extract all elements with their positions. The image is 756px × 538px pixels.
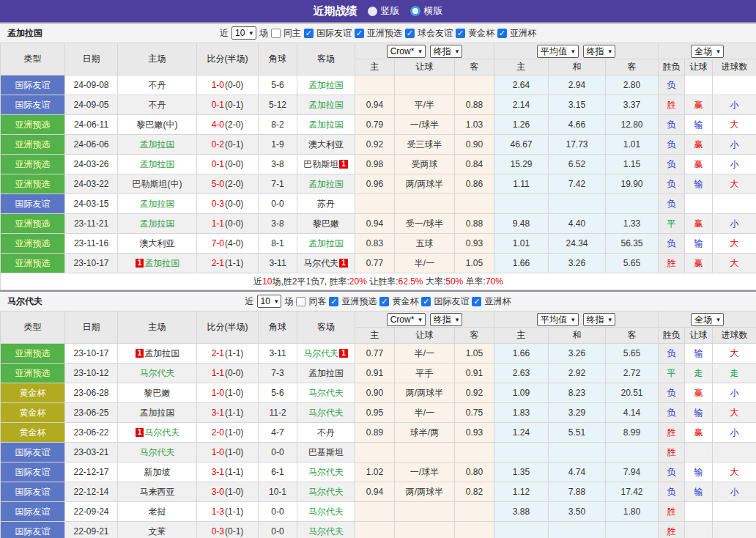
odds-away (455, 522, 494, 538)
same-venue-checkbox[interactable] (271, 29, 281, 38)
sub-column-header: 让球 (395, 59, 455, 75)
corners: 0-0 (259, 194, 297, 214)
results-table: 类型日期主场比分(半场)角球客场Crow*▾终指▾平均值▾终指▾全场▾主让球客主… (0, 311, 756, 538)
page-title: 近期战绩 (314, 4, 357, 18)
avg-home (494, 194, 549, 214)
odds-home: 0.77 (355, 344, 395, 364)
match-count-select[interactable]: 10▾ (231, 26, 256, 40)
summary-segment: 大率: (423, 276, 446, 287)
goals-result-cell: 大 (713, 115, 756, 135)
away-team-cell: 巴勒斯坦1 (297, 155, 355, 174)
score-cell: 2-1(1-1) (197, 254, 259, 273)
competition-badge: 亚洲预选 (1, 155, 65, 174)
fulltime-score: 1-0 (212, 80, 224, 90)
competition-checkbox-0[interactable]: ✓ (329, 297, 338, 306)
avg-time-select[interactable]: 终指▾ (583, 313, 616, 326)
odds-handicap: 半/一 (395, 254, 455, 273)
avg-draw: 3.50 (549, 502, 606, 522)
competition-label: 黄金杯 (468, 27, 494, 40)
competition-checkbox-4[interactable]: ✓ (497, 29, 507, 38)
summary-segment: 单率: (463, 276, 486, 287)
home-team: 孟加拉国 (140, 159, 175, 169)
scope-select[interactable]: 全场▾ (691, 45, 724, 58)
scope-select[interactable]: 全场▾ (691, 313, 724, 326)
odds-away (455, 194, 494, 214)
competition-checkbox-1[interactable]: ✓ (355, 29, 364, 38)
odds-away: 0.92 (455, 383, 494, 403)
team-section: 马尔代夫近10▾场同客✓亚洲预选✓黄金杯✓国际友谊✓亚洲杯类型日期主场比分(半场… (0, 290, 756, 538)
odds-handicap: 两/两球半 (395, 482, 455, 502)
odds-time-select[interactable]: 终指▾ (430, 45, 463, 58)
avg-home: 1.66 (494, 344, 549, 364)
home-team-cell: 孟加拉国 (118, 403, 197, 423)
avg-draw: 3.15 (549, 95, 606, 115)
avg-time-select-value: 终指 (587, 314, 604, 325)
match-row: 亚洲预选23-11-21孟加拉国1-1(0-0)3-8黎巴嫩0.94受一/球半0… (1, 214, 756, 234)
sub-column-header: 和 (549, 59, 606, 75)
summary-segment: 让胜率: (367, 276, 399, 287)
sub-column-header: 主 (355, 59, 395, 75)
halftime-score: (1-1) (225, 348, 243, 358)
competition-checkbox-3[interactable]: ✓ (456, 29, 465, 38)
competition-checkbox-0[interactable]: ✓ (304, 29, 314, 38)
competition-checkbox-2[interactable]: ✓ (421, 297, 431, 306)
summary-segment: 10 (262, 276, 272, 287)
avg-home: 2.64 (494, 75, 549, 95)
scope-select-value: 全场 (694, 314, 712, 325)
competition-label: 球会友谊 (418, 27, 453, 40)
match-date: 22-12-17 (65, 463, 118, 482)
score-cell: 3-0(1-0) (197, 482, 259, 502)
radio-horizontal-layout[interactable]: 横版 (410, 4, 443, 18)
average-select[interactable]: 平均值▾ (537, 45, 579, 58)
win-loss-cell: 负 (659, 344, 685, 364)
halftime-score: (1-0) (225, 487, 243, 497)
odds-home: 0.94 (355, 482, 395, 502)
goals-result-cell: 小 (713, 155, 756, 174)
corners: 8-2 (259, 115, 297, 135)
win-loss-cell: 胜 (659, 443, 685, 463)
odds-time-select[interactable]: 终指▾ (430, 313, 463, 326)
match-date: 24-06-06 (65, 135, 118, 155)
score-cell: 5-0(2-0) (197, 174, 259, 194)
summary-segment: 70% (486, 276, 503, 287)
home-team-cell: 1马尔代夫 (118, 423, 197, 443)
goals-result-cell: 小 (713, 214, 756, 234)
red-card-badge: 1 (339, 349, 348, 358)
average-select[interactable]: 平均值▾ (537, 313, 579, 326)
sub-column-header: 主 (494, 328, 549, 344)
match-row: 国际友谊22-12-17新加坡3-1(1-1)6-1马尔代夫1.02一/球半0.… (1, 463, 756, 482)
home-team-cell: 黎巴嫩(中) (118, 115, 197, 135)
win-loss-cell: 负 (659, 194, 685, 214)
goals-result-cell: 大 (713, 234, 756, 254)
competition-checkbox-3[interactable]: ✓ (472, 297, 481, 306)
score-cell: 0-1(0-0) (197, 155, 259, 174)
bookmaker-select[interactable]: Crow*▾ (387, 313, 426, 326)
away-team: 马尔代夫 (303, 258, 338, 268)
filter-row: 孟加拉国近10▾场同主✓国际友谊✓亚洲预选✓球会友谊✓黄金杯✓亚洲杯 (0, 23, 756, 43)
avg-time-select[interactable]: 终指▾ (583, 45, 616, 58)
halftime-score: (0-1) (225, 139, 243, 150)
sub-column-header: 让球 (395, 328, 455, 344)
handicap-result-cell: 输 (685, 115, 713, 135)
home-team: 马来西亚 (140, 487, 175, 497)
avg-time-select-value: 终指 (587, 46, 604, 56)
same-venue-checkbox[interactable] (296, 297, 305, 306)
home-team-cell: 马来西亚 (118, 482, 197, 502)
avg-draw: 8.23 (549, 383, 606, 403)
match-count-select[interactable]: 10▾ (257, 295, 282, 308)
near-label: 近 (220, 27, 229, 40)
avg-away: 8.99 (606, 423, 659, 443)
radio-vertical-layout[interactable]: 竖版 (368, 4, 400, 18)
odds-away: 1.05 (455, 344, 494, 364)
competition-checkbox-2[interactable]: ✓ (405, 29, 415, 38)
goals-result-cell: 小 (713, 135, 756, 155)
match-date: 23-06-25 (65, 403, 118, 423)
handicap-result-cell (685, 443, 713, 463)
bookmaker-select[interactable]: Crow*▾ (387, 45, 426, 58)
chevron-down-icon: ▾ (275, 296, 278, 306)
away-team: 巴勒斯坦 (303, 159, 338, 169)
corners: 10-1 (259, 482, 297, 502)
competition-checkbox-1[interactable]: ✓ (379, 297, 389, 306)
odds-home (355, 502, 395, 522)
odds-handicap: 五球 (395, 234, 455, 254)
